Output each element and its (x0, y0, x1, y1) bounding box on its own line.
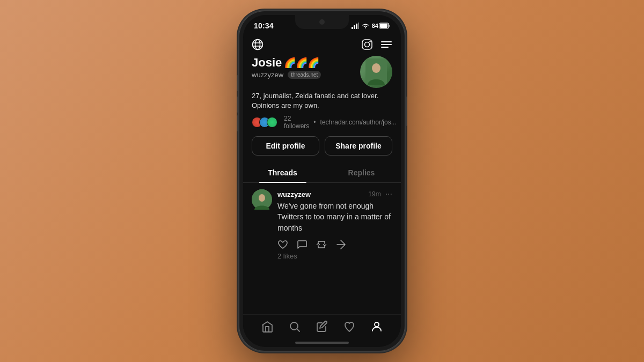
svg-rect-0 (352, 27, 353, 29)
thread-actions (277, 239, 392, 250)
app-content: Josie 🌈🌈🌈 wuzzyzew threads.net (243, 33, 401, 342)
profile-nav-item[interactable] (370, 320, 383, 333)
svg-rect-5 (389, 25, 390, 27)
tab-replies[interactable]: Replies (322, 163, 401, 182)
status-bar: 10:34 84 (243, 15, 401, 33)
svg-point-7 (253, 39, 263, 49)
tabs-row: Threads Replies (243, 163, 401, 183)
dot-separator: • (313, 119, 316, 126)
followers-count[interactable]: 22 followers (284, 115, 309, 130)
bottom-nav (243, 314, 401, 342)
svg-point-8 (255, 39, 260, 49)
svg-rect-6 (380, 24, 387, 28)
thread-more-button[interactable]: ··· (385, 189, 392, 199)
battery-icon (379, 23, 390, 29)
repost-button[interactable] (316, 239, 327, 250)
thread-username: wuzzyzew (277, 190, 311, 198)
thread-body: wuzzyzew 19m ··· We've gone from not eno… (277, 189, 392, 260)
thread-header: wuzzyzew 19m ··· (277, 189, 392, 199)
top-nav (243, 33, 401, 54)
profile-name: Josie 🌈🌈🌈 (252, 56, 360, 70)
profile-name-area: Josie 🌈🌈🌈 wuzzyzew threads.net (252, 56, 360, 79)
profile-bio: 27, journalist, Zelda fanatic and cat lo… (252, 91, 392, 110)
phone-frame: 10:34 84 (239, 11, 405, 351)
action-buttons: Edit profile Share profile (252, 136, 392, 156)
thread-avatar (252, 189, 272, 210)
thread-time: 19m (368, 190, 380, 198)
followers-link[interactable]: techradar.com/author/jos... (320, 119, 397, 126)
svg-rect-3 (358, 23, 359, 29)
profile-avatar (360, 56, 392, 88)
battery-container: 84 (372, 23, 390, 29)
svg-point-22 (375, 322, 379, 327)
svg-rect-1 (354, 25, 355, 29)
profile-section: Josie 🌈🌈🌈 wuzzyzew threads.net (243, 54, 401, 163)
notch-camera (319, 19, 325, 25)
share-button[interactable] (335, 239, 346, 250)
svg-point-20 (259, 194, 265, 202)
avatar-img (360, 56, 392, 88)
signal-icon (352, 23, 359, 29)
globe-icon[interactable] (252, 38, 264, 50)
followers-row: 22 followers • techradar.com/author/jos.… (252, 115, 392, 130)
search-nav-item[interactable] (288, 320, 301, 333)
compose-nav-item[interactable] (316, 320, 328, 333)
home-bar (295, 342, 349, 344)
share-profile-button[interactable]: Share profile (325, 136, 392, 156)
status-icons: 84 (352, 23, 390, 29)
profile-handle-row: wuzzyzew threads.net (252, 71, 360, 79)
thread-text: We've gone from not enough Twitters to t… (277, 201, 392, 233)
svg-point-13 (369, 41, 370, 42)
thread-item: wuzzyzew 19m ··· We've gone from not eno… (252, 189, 392, 260)
like-button[interactable] (277, 239, 288, 250)
home-nav-item[interactable] (261, 320, 274, 333)
threads-badge: threads.net (288, 71, 321, 79)
notch (295, 15, 349, 29)
comment-button[interactable] (297, 239, 308, 250)
battery-level: 84 (372, 23, 378, 29)
svg-point-18 (372, 63, 380, 73)
home-indicator (243, 342, 401, 347)
edit-profile-button[interactable]: Edit profile (252, 136, 319, 156)
wifi-icon (362, 23, 369, 29)
follower-avatar-3 (267, 117, 277, 128)
instagram-icon[interactable] (361, 38, 373, 50)
menu-icon[interactable] (380, 38, 392, 50)
thread-likes: 2 likes (277, 252, 392, 260)
follower-avatars (252, 117, 274, 128)
heart-nav-item[interactable] (343, 320, 356, 333)
tab-threads[interactable]: Threads (243, 163, 322, 182)
profile-handle: wuzzyzew (252, 71, 283, 79)
phone-screen: 10:34 84 (243, 15, 401, 347)
svg-point-12 (365, 42, 370, 47)
nav-right (361, 38, 392, 50)
status-time: 10:34 (254, 21, 274, 30)
svg-rect-2 (356, 24, 357, 29)
profile-header: Josie 🌈🌈🌈 wuzzyzew threads.net (252, 56, 392, 88)
thread-feed: wuzzyzew 19m ··· We've gone from not eno… (243, 183, 401, 314)
thread-meta: 19m ··· (368, 189, 392, 199)
